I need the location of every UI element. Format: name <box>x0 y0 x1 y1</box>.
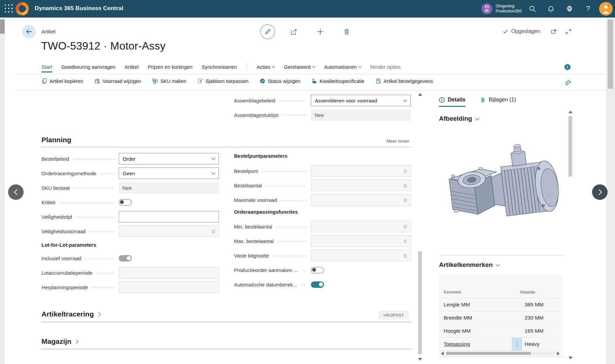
ordertraceringsmethode-combobox[interactable]: Geen <box>119 168 219 179</box>
tab-prijzen-en-kortingen[interactable]: Prijzen en kortingen <box>148 64 193 72</box>
artikeltracering-section-title[interactable]: Artikeltracering <box>41 310 100 318</box>
max-bestelaantal-input[interactable]: 0 <box>311 235 411 247</box>
delete-trash-button[interactable] <box>339 24 354 39</box>
tab-goedkeuring-aanvragen[interactable]: Goedkeuring aanvragen <box>61 64 116 72</box>
previous-record-button[interactable] <box>8 184 24 200</box>
vaste-lotgrootte-input[interactable]: 0 <box>311 250 411 261</box>
tab-artikel[interactable]: Artikel <box>125 64 139 72</box>
maximale-voorraad-input[interactable]: 0 <box>311 194 411 206</box>
table-row[interactable]: Breedte MM 230 MM <box>439 311 562 324</box>
meer-tonen-link[interactable]: Meer tonen <box>386 139 409 144</box>
field-min-bestelaantal: Min. bestelaantal 0 <box>234 221 411 232</box>
breadcrumb[interactable]: Artikel <box>41 29 56 34</box>
business-central-page: Dynamics 365 Business Central P365 Omgev… <box>0 0 615 364</box>
sku-bestaat-value[interactable]: Nee <box>119 182 219 193</box>
command-tab-strip: Start Goedkeuring aanvragen Artikel Prij… <box>41 63 401 73</box>
table-row-toepassing[interactable]: Toepassing ⋮ Heavy <box>439 337 562 351</box>
back-button[interactable] <box>22 25 36 38</box>
bestelbeleid-combobox[interactable]: Order <box>119 153 219 164</box>
hscroll-thumb[interactable] <box>446 352 531 355</box>
next-record-button[interactable] <box>592 184 608 200</box>
hscroll-left-arrow[interactable] <box>441 352 444 356</box>
hscroll-right-arrow[interactable] <box>557 352 560 356</box>
field-productieorder-aanmaken: Productieorder aanmaken ... <box>234 264 411 276</box>
kritiek-toggle[interactable] <box>119 199 132 206</box>
environment-badge[interactable]: P365 <box>481 3 492 14</box>
page-info-icon[interactable]: i <box>564 64 570 70</box>
factbox-scroll-down-arrow[interactable] <box>568 357 573 359</box>
lotaccumulatieperiode-input[interactable] <box>119 267 219 278</box>
attr-table-hscrollbar[interactable] <box>439 351 562 356</box>
item-picture[interactable] <box>442 141 561 242</box>
search-icon[interactable] <box>528 5 536 13</box>
field-lotaccumulatieperiode: Lotaccumulatieperiode <box>41 267 219 278</box>
create-sku-button[interactable]: SKU maken <box>152 78 186 84</box>
user-avatar[interactable] <box>599 2 613 16</box>
factbox-scroll-up-arrow[interactable] <box>568 111 573 113</box>
herplanningsperiode-input[interactable] <box>119 281 219 293</box>
quality-specification-button[interactable]: Kwaliteitsspecificatie <box>312 78 364 84</box>
inclusief-voorraad-toggle[interactable] <box>119 255 132 262</box>
collapse-window-icon[interactable] <box>565 28 572 36</box>
chevron-right-icon <box>74 339 79 344</box>
min-bestelaantal-input[interactable]: 0 <box>311 221 411 232</box>
browser-scrollbar[interactable] <box>606 18 615 364</box>
main-scroll-up-arrow[interactable] <box>418 93 422 96</box>
business-central-logo[interactable] <box>15 1 30 16</box>
tab-divider <box>246 63 247 71</box>
main-scrollbar-thumb[interactable] <box>418 251 422 354</box>
field-maximale-voorraad: Maximale voorraad 0 <box>234 194 411 206</box>
new-plus-button[interactable] <box>313 24 328 39</box>
chevron-right-icon <box>96 312 101 316</box>
assemblagestuklijst-value[interactable]: Nee <box>311 109 411 121</box>
tab-details[interactable]: Details <box>439 97 465 107</box>
item-order-details-button[interactable]: Artikel bestelgegevens <box>376 78 433 84</box>
toepassing-link[interactable]: Toepassing <box>444 341 512 347</box>
tab-bijlagen[interactable]: Bijlagen (1) <box>480 97 516 107</box>
automatische-datumberekening-toggle[interactable] <box>311 281 324 288</box>
help-icon[interactable]: ? <box>584 5 592 13</box>
factbox-scrollbar-thumb[interactable] <box>568 116 572 177</box>
productieorder-aanmaken-toggle[interactable] <box>311 267 324 273</box>
tab-gerelateerd[interactable]: Gerelateerd <box>284 64 315 72</box>
table-row[interactable]: Hoogte MM 165 MM <box>439 324 562 337</box>
notifications-bell-icon[interactable] <box>547 5 555 13</box>
bestelaantal-input[interactable]: 0 <box>311 180 411 191</box>
afbeelding-section-header[interactable]: Afbeelding <box>439 115 479 122</box>
open-in-new-window-icon[interactable] <box>550 28 557 36</box>
app-title[interactable]: Dynamics 365 Business Central <box>35 5 123 12</box>
left-gutter-thumb[interactable] <box>0 20 5 34</box>
factbox-bottom-divider <box>439 357 564 357</box>
tab-acties[interactable]: Acties <box>257 64 275 72</box>
app-launcher-waffle-icon[interactable] <box>5 4 13 13</box>
planning-section-title[interactable]: Planning <box>41 136 71 144</box>
magazijn-section-title[interactable]: Magazijn <box>41 337 78 345</box>
field-assemblagebeleid: Assemblagebeleid Assembleren voor voorra… <box>234 95 411 106</box>
assemblagebeleid-combobox[interactable]: Assembleren voor voorraad <box>311 95 411 106</box>
share-button[interactable] <box>287 24 301 39</box>
change-status-button[interactable]: Status wijzigen <box>260 78 300 84</box>
artikelkenmerken-section-header[interactable]: Artikelkenmerken <box>439 261 499 269</box>
settings-gear-icon[interactable] <box>565 5 574 13</box>
apply-template-button[interactable]: Sjabloon toepassen <box>198 78 248 84</box>
row-options-ellipsis-icon[interactable]: ⋮ <box>512 338 522 351</box>
edit-pencil-button[interactable] <box>260 24 275 39</box>
tab-synchroniseren[interactable]: Synchroniseren <box>202 64 237 72</box>
main-scroll-down-arrow[interactable] <box>418 358 422 361</box>
check-icon <box>502 28 508 34</box>
adjust-inventory-button[interactable]: Voorraad wijzigen <box>94 78 141 84</box>
veiligheidsvoorraad-input[interactable]: 0 <box>119 225 219 237</box>
pin-actionbar-icon[interactable] <box>565 80 572 86</box>
factbox-tabs: Details Bijlagen (1) <box>439 97 516 107</box>
tab-automatiseren[interactable]: Automatiseren <box>324 64 361 72</box>
veiligheidstijd-input[interactable] <box>119 211 219 222</box>
field-bestelaantal: Bestelaantal 0 <box>234 180 411 191</box>
tab-start[interactable]: Start <box>41 64 52 72</box>
orderaanpassingsfuncties-subheading: Orderaanpassingsfuncties <box>234 209 298 215</box>
browser-scrollbar-thumb[interactable] <box>608 20 613 89</box>
table-row[interactable]: Lengte MM 385 MM <box>439 298 562 311</box>
vrijpost-badge: VRIJPOST <box>378 311 409 320</box>
bestelpunt-input[interactable]: 0 <box>311 165 411 177</box>
tab-minder-opties[interactable]: Minder opties <box>370 64 401 72</box>
copy-item-button[interactable]: Artikel kopiëren <box>41 78 83 84</box>
